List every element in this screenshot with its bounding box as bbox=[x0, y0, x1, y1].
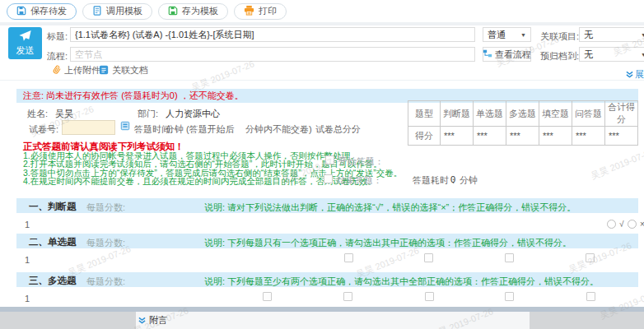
paper-no-input[interactable] bbox=[62, 120, 115, 135]
section-title: 一、判断题 bbox=[29, 201, 77, 213]
section-description: 说明: 请对下列说法做出判断，正确的选择“√”，错误的选择“×”；作答正确得分，… bbox=[204, 202, 576, 214]
judgement-false-label: × bbox=[640, 220, 644, 229]
exam-answer-page: 保存待发 调用模板 存为模板 打印 发送 标题: 普通 ▼ 关联项目: 无 bbox=[0, 0, 644, 329]
total-score-unit: 分 bbox=[352, 123, 361, 136]
score-table-header: 单选题 bbox=[473, 101, 506, 127]
multi-choice-checkbox-b[interactable] bbox=[343, 292, 352, 301]
question-number: 1 bbox=[25, 255, 30, 265]
send-label: 发送 bbox=[16, 44, 35, 57]
score-table-header: 填空题 bbox=[539, 101, 572, 127]
start-answer-checkbox[interactable] bbox=[325, 155, 334, 164]
section-description: 说明: 下列每题只有一个选项正确，请勾选出其中正确的选项：作答正确得分，错误不得… bbox=[204, 237, 572, 249]
dept-value: 人力资源中心 bbox=[166, 108, 220, 120]
section-score-label: 每题分数: bbox=[86, 276, 125, 288]
save-pending-button[interactable]: 保存待发 bbox=[7, 3, 77, 20]
multi-choice-checkbox-a[interactable] bbox=[263, 292, 272, 301]
caret-down-icon: ▼ bbox=[520, 32, 526, 38]
end-answer-label: 结束答题： bbox=[337, 174, 382, 187]
judgement-true-radio[interactable] bbox=[607, 220, 616, 229]
section-multi-choice-header: 三、多选题 每题分数: 说明: 下列每题至少有两个选项正确，请勾选出其中全部正确… bbox=[16, 272, 638, 287]
section-judgement-header: 一、判断题 每题分数: 说明: 请对下列说法做出判断，正确的选择“√”，错误的选… bbox=[16, 198, 638, 213]
title-input[interactable] bbox=[70, 27, 475, 42]
section-description: 说明: 下列每题至少有两个选项正确，请勾选出其中全部正确的选项：作答正确得分，错… bbox=[204, 276, 599, 288]
flow-input[interactable] bbox=[70, 47, 475, 62]
title-label: 标题: bbox=[47, 30, 68, 43]
flowchart-icon bbox=[483, 49, 492, 60]
section-divider bbox=[0, 80, 644, 81]
priority-value: 普通 bbox=[488, 29, 506, 41]
chevron-double-down-icon bbox=[626, 70, 633, 80]
question-number: 1 bbox=[25, 220, 30, 229]
postscript-header[interactable]: 附言 bbox=[136, 312, 530, 329]
score-table-header: 多选题 bbox=[506, 101, 539, 127]
elapsed-value: 0 bbox=[450, 174, 455, 184]
score-table-value-row: 得分 *** *** *** *** *** *** bbox=[408, 127, 638, 146]
toolbar: 保存待发 调用模板 存为模板 打印 bbox=[0, 0, 644, 22]
name-value: 吴昊 bbox=[55, 108, 73, 120]
prearchive-label: 预归档到: bbox=[540, 50, 579, 63]
upload-attachment-link[interactable]: 上传附件 bbox=[52, 64, 100, 76]
answer-time-text1: 分钟 (答题开始后 bbox=[166, 123, 235, 136]
select-paper-icon[interactable] bbox=[120, 121, 130, 132]
send-button[interactable]: 发送 bbox=[8, 27, 42, 59]
print-button[interactable]: 打印 bbox=[234, 3, 287, 20]
judgement-true-label: √ bbox=[619, 220, 624, 229]
score-table-header-row: 题型 判断题 单选题 多选题 填空题 问答题 合计得分 bbox=[408, 101, 638, 127]
question-number: 1 bbox=[25, 294, 30, 304]
save-icon bbox=[16, 6, 26, 17]
section-score-label: 每题分数: bbox=[86, 237, 125, 249]
expand-link[interactable]: 展开 bbox=[626, 68, 644, 81]
dept-label: 部门: bbox=[138, 108, 158, 120]
save-as-template-button[interactable]: 存为模板 bbox=[158, 3, 228, 20]
notice-text: 注意: 尚未进行有效作答 (答题耗时为0) ，还不能交卷。 bbox=[23, 90, 244, 102]
printer-icon bbox=[244, 5, 254, 17]
answer-time-text2: 分钟内不能交卷) bbox=[245, 123, 312, 136]
single-choice-checkbox-a[interactable] bbox=[344, 253, 353, 262]
multi-choice-checkbox-c[interactable] bbox=[425, 292, 434, 301]
section-score-label: 每题分数: bbox=[86, 202, 125, 214]
save-as-template-label: 存为模板 bbox=[182, 5, 218, 17]
single-choice-checkbox-b[interactable] bbox=[424, 253, 433, 262]
view-flow-button[interactable]: 查看流程 bbox=[483, 47, 531, 62]
score-cell: *** bbox=[440, 127, 473, 146]
print-label: 打印 bbox=[259, 5, 277, 17]
score-table-header: 题型 bbox=[408, 101, 441, 127]
score-cell: *** bbox=[539, 127, 572, 146]
load-template-label: 调用模板 bbox=[106, 5, 142, 17]
expand-label: 展开 bbox=[635, 68, 644, 81]
prearchive-select[interactable]: 无 ▼ bbox=[579, 47, 644, 62]
start-answer-label: 开始答题： bbox=[338, 155, 384, 168]
score-row-label: 得分 bbox=[408, 127, 441, 146]
document-icon bbox=[99, 65, 109, 76]
score-table-header: 问答题 bbox=[572, 101, 604, 127]
flow-label: 流程: bbox=[47, 50, 68, 63]
section-title: 二、单选题 bbox=[29, 236, 77, 248]
score-table: 题型 判断题 单选题 多选题 填空题 问答题 合计得分 得分 *** *** *… bbox=[408, 100, 638, 146]
multi-choice-checkbox-d[interactable] bbox=[505, 292, 514, 301]
score-cell: *** bbox=[604, 127, 637, 146]
paper-no-label: 试卷号: bbox=[29, 123, 58, 136]
related-project-label: 关联项目: bbox=[540, 30, 579, 43]
send-form: 发送 标题: 普通 ▼ 关联项目: 无 ▼ 流程: 查看流程 预归档到: 无 ▼… bbox=[0, 25, 644, 80]
elapsed-unit: 分钟 bbox=[460, 174, 478, 187]
priority-select[interactable]: 普通 ▼ bbox=[483, 27, 531, 42]
score-cell: *** bbox=[572, 127, 604, 146]
related-project-select[interactable]: 无 ▼ bbox=[579, 27, 644, 42]
score-table-header: 判断题 bbox=[440, 101, 473, 127]
caret-down-icon: ▼ bbox=[641, 52, 644, 58]
linked-document-link[interactable]: 关联文档 bbox=[99, 64, 148, 76]
chevron-double-down-icon bbox=[138, 316, 146, 326]
caret-down-icon: ▼ bbox=[641, 32, 644, 38]
name-label: 姓名: bbox=[27, 108, 48, 120]
judgement-false-radio[interactable] bbox=[628, 220, 637, 229]
multi-choice-checkbox-e[interactable] bbox=[586, 292, 595, 301]
paperclip-icon bbox=[49, 63, 64, 78]
score-cell: *** bbox=[506, 127, 539, 146]
score-table-header: 合计得分 bbox=[604, 101, 637, 127]
end-answer-checkbox[interactable] bbox=[324, 174, 333, 183]
single-choice-checkbox-c[interactable] bbox=[505, 253, 514, 262]
section-title: 三、多选题 bbox=[29, 275, 77, 287]
load-template-button[interactable]: 调用模板 bbox=[82, 3, 152, 20]
paper-plane-icon bbox=[18, 30, 32, 44]
single-choice-checkbox-d[interactable] bbox=[586, 253, 595, 262]
